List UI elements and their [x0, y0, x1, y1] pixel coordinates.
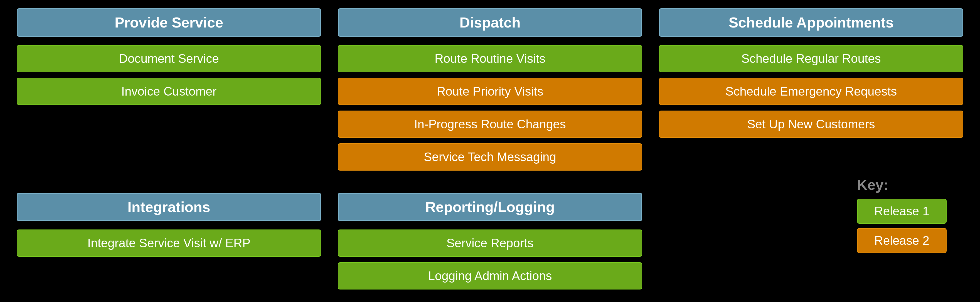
- header-reporting-logging: Reporting/Logging: [338, 193, 642, 221]
- key-item-release-1: Release 1: [857, 199, 947, 224]
- header-integrations: Integrations: [17, 193, 321, 221]
- main-container: Provide ServiceDocument ServiceInvoice C…: [0, 0, 980, 302]
- item-service-reports[interactable]: Service Reports: [338, 229, 642, 257]
- item-service-tech-messaging[interactable]: Service Tech Messaging: [338, 143, 642, 171]
- item-set-up-new-customers[interactable]: Set Up New Customers: [659, 111, 963, 138]
- row-2: IntegrationsIntegrate Service Visit w/ E…: [17, 193, 963, 295]
- header-schedule-appointments: Schedule Appointments: [659, 8, 963, 37]
- item-logging-admin-actions[interactable]: Logging Admin Actions: [338, 262, 642, 289]
- column-schedule-appointments: Schedule AppointmentsSchedule Regular Ro…: [659, 8, 963, 176]
- column-provide-service: Provide ServiceDocument ServiceInvoice C…: [17, 8, 321, 176]
- item-route-priority-visits[interactable]: Route Priority Visits: [338, 78, 642, 105]
- item-integrate-service-visit-w-erp[interactable]: Integrate Service Visit w/ ERP: [17, 229, 321, 257]
- item-schedule-emergency-requests[interactable]: Schedule Emergency Requests: [659, 78, 963, 105]
- key-item-release-2: Release 2: [857, 228, 947, 253]
- key-title: Key:: [857, 176, 947, 193]
- item-schedule-regular-routes[interactable]: Schedule Regular Routes: [659, 45, 963, 72]
- column-dispatch: DispatchRoute Routine VisitsRoute Priori…: [338, 8, 642, 176]
- item-route-routine-visits[interactable]: Route Routine Visits: [338, 45, 642, 72]
- row-1: Provide ServiceDocument ServiceInvoice C…: [17, 8, 963, 176]
- item-invoice-customer[interactable]: Invoice Customer: [17, 78, 321, 105]
- column-integrations: IntegrationsIntegrate Service Visit w/ E…: [17, 193, 321, 295]
- column-reporting-logging: Reporting/LoggingService ReportsLogging …: [338, 193, 642, 295]
- key-section: Key: Release 1Release 2: [857, 176, 947, 258]
- header-provide-service: Provide Service: [17, 8, 321, 37]
- header-dispatch: Dispatch: [338, 8, 642, 37]
- item-document-service[interactable]: Document Service: [17, 45, 321, 72]
- item-in-progress-route-changes[interactable]: In-Progress Route Changes: [338, 111, 642, 138]
